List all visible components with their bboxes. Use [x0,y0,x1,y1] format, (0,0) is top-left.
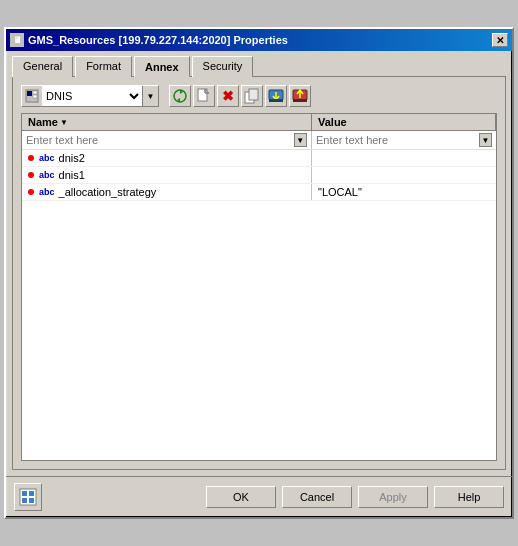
cell-name-allocation: abc _allocation_strategy [22,184,312,200]
import-button[interactable] [265,85,287,107]
row-name-dnis1: dnis1 [59,169,85,181]
row-name-dnis2: dnis2 [59,152,85,164]
refresh-button[interactable] [169,85,191,107]
export-button[interactable] [289,85,311,107]
column-header-name: Name ▼ [22,114,312,130]
apply-button[interactable]: Apply [358,486,428,508]
svg-rect-11 [293,99,307,102]
type-dot-dnis2 [28,155,34,161]
table-row[interactable]: abc dnis1 [22,167,496,184]
svg-rect-14 [29,491,34,496]
search-value-cell: ▼ [312,131,496,149]
bottom-buttons: OK Cancel Apply Help [206,486,504,508]
cell-name-dnis1: abc dnis1 [22,167,312,183]
tab-bar: General Format Annex Security [6,51,512,76]
bottom-bar: OK Cancel Apply Help [6,476,512,517]
svg-rect-15 [22,498,27,503]
type-label-dnis1: abc [39,170,55,180]
main-window: 🖥 GMS_Resources [199.79.227.144:2020] Pr… [4,27,514,519]
sort-icon-name: ▼ [60,118,68,127]
filter-value-button[interactable]: ▼ [479,133,492,147]
column-name-label: Name [28,116,58,128]
dropdown-icon [22,86,42,106]
tab-content: DNIS ▼ ✖ [12,76,506,470]
cancel-button[interactable]: Cancel [282,486,352,508]
dnis-dropdown-container: DNIS ▼ [21,85,159,107]
properties-table: Name ▼ Value ▼ ▼ [21,113,497,461]
tab-general[interactable]: General [12,56,73,77]
toolbar: DNIS ▼ ✖ [21,85,497,107]
type-label-allocation: abc [39,187,55,197]
svg-rect-16 [29,498,34,503]
dropdown-arrow[interactable]: ▼ [142,86,158,106]
table-row[interactable]: abc dnis2 [22,150,496,167]
search-row: ▼ ▼ [22,131,496,150]
bottom-left [14,483,42,511]
title-bar: 🖥 GMS_Resources [199.79.227.144:2020] Pr… [6,29,512,51]
new-button[interactable] [193,85,215,107]
svg-rect-9 [269,99,283,102]
cell-value-allocation: "LOCAL" [312,184,496,200]
filter-name-button[interactable]: ▼ [294,133,307,147]
window-title: GMS_Resources [199.79.227.144:2020] Prop… [28,34,288,46]
column-value-label: Value [318,116,347,128]
table-row[interactable]: abc _allocation_strategy "LOCAL" [22,184,496,201]
dnis-select[interactable]: DNIS [42,86,142,106]
row-value-allocation: "LOCAL" [318,186,362,198]
delete-button[interactable]: ✖ [217,85,239,107]
type-label-dnis2: abc [39,153,55,163]
title-bar-left: 🖥 GMS_Resources [199.79.227.144:2020] Pr… [10,33,288,47]
table-header: Name ▼ Value [22,114,496,131]
svg-rect-7 [249,89,258,100]
column-header-value: Value [312,114,496,130]
svg-rect-1 [27,91,32,96]
search-name-cell: ▼ [22,131,312,149]
svg-rect-3 [33,95,37,98]
cell-value-dnis2 [312,150,496,166]
type-dot-allocation [28,189,34,195]
svg-rect-13 [22,491,27,496]
tab-format[interactable]: Format [75,56,132,77]
type-dot-dnis1 [28,172,34,178]
help-button[interactable]: Help [434,486,504,508]
close-button[interactable]: ✕ [492,33,508,47]
search-name-input[interactable] [26,134,294,146]
ok-button[interactable]: OK [206,486,276,508]
search-value-input[interactable] [316,134,479,146]
window-icon: 🖥 [10,33,24,47]
row-name-allocation: _allocation_strategy [59,186,157,198]
cell-value-dnis1 [312,167,496,183]
copy-button[interactable] [241,85,263,107]
tab-annex[interactable]: Annex [134,56,190,77]
table-body: abc dnis2 abc dnis1 [22,150,496,460]
cell-name-dnis2: abc dnis2 [22,150,312,166]
tab-security[interactable]: Security [192,56,254,77]
info-button[interactable] [14,483,42,511]
svg-rect-2 [33,91,37,94]
